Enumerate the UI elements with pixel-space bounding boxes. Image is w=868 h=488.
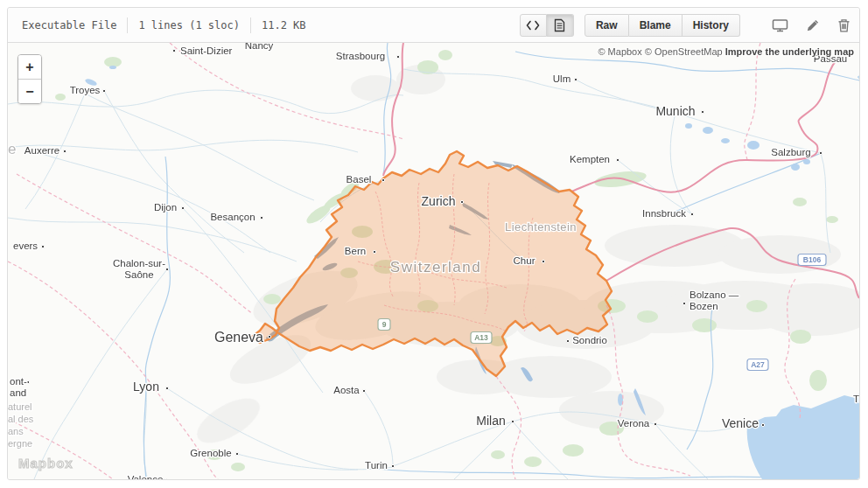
city-label: Milan — [476, 414, 505, 428]
city-label: Innsbruck — [642, 208, 686, 219]
rendered-view-button[interactable] — [547, 14, 574, 37]
file-header: Executable File 1 lines (1 sloc) 11.2 KB — [8, 8, 859, 43]
city-label: Auxerre — [24, 145, 60, 156]
label-fragment: e — [8, 141, 16, 157]
city-dot — [574, 78, 577, 80]
city-dot — [41, 245, 44, 247]
map-canvas[interactable]: Saint-DizierNancyTroyesAuxerreStrasbourg… — [8, 43, 859, 479]
city-label: Verona — [618, 418, 650, 429]
trash-icon — [837, 18, 850, 32]
file-view-frame: Executable File 1 lines (1 sloc) 11.2 KB — [7, 7, 860, 480]
zoom-out-button[interactable]: − — [18, 80, 41, 103]
file-type-label: Executable File — [17, 19, 127, 31]
city-label: Bern — [345, 246, 366, 256]
city-label: Dijon — [154, 202, 177, 213]
display-button[interactable] — [772, 18, 788, 32]
city-label: Troyes — [70, 85, 101, 95]
city-label: Chur — [514, 255, 536, 266]
label-fragment: ans — [8, 426, 24, 436]
city-dot — [102, 89, 105, 92]
city-dot — [616, 158, 619, 161]
display-icon — [772, 18, 788, 32]
city-dot — [391, 464, 394, 467]
city-dot — [165, 387, 168, 389]
city-label: Trie — [853, 394, 859, 404]
city-label: Lyon — [133, 380, 159, 394]
city-dot — [701, 110, 704, 113]
label-fragment: ergne — [8, 438, 32, 449]
city-dot — [235, 452, 238, 455]
code-icon — [526, 20, 540, 31]
header-actions: Raw Blame History — [520, 14, 850, 37]
city-label: ont-and — [10, 376, 27, 398]
mapbox-attribution-link[interactable]: © Mapbox — [598, 46, 641, 57]
delete-button[interactable] — [837, 18, 850, 32]
city-label: Kempten — [570, 154, 610, 164]
city-label: Salzburg — [771, 147, 810, 157]
city-label: Basel — [346, 174, 372, 185]
city-dot — [511, 420, 514, 422]
history-button[interactable]: History — [682, 14, 740, 37]
city-dot — [382, 178, 384, 181]
city-dot — [181, 206, 184, 209]
road-shield-label: 9 — [382, 320, 387, 329]
city-dot — [460, 200, 463, 203]
city-label: Nancy — [245, 43, 274, 51]
improve-map-link[interactable]: Improve the underlying map — [725, 46, 854, 57]
city-label: Strasbourg — [336, 51, 385, 61]
zoom-in-button[interactable]: + — [18, 55, 41, 80]
city-label: Munich — [655, 104, 695, 118]
view-toggle-group — [520, 14, 574, 37]
road-shield-label: B106 — [803, 255, 822, 264]
road-shield-label: A27 — [751, 360, 765, 369]
raw-button[interactable]: Raw — [584, 14, 629, 37]
city-label: Valence — [128, 474, 164, 479]
mapbox-watermark: Mapbox — [18, 456, 74, 471]
city-label: Turin — [365, 460, 388, 471]
city-dot — [566, 339, 569, 342]
file-lines-label: 1 lines (1 sloc) — [128, 19, 250, 31]
city-label: Sondrio — [572, 335, 607, 345]
city-dot — [373, 250, 375, 253]
country-label: Switzerland — [390, 259, 481, 275]
file-action-group: Raw Blame History — [584, 14, 740, 37]
city-dot — [654, 422, 656, 425]
city-dot — [819, 151, 822, 154]
city-label: evers — [13, 241, 38, 251]
road-shield-label: A13 — [474, 333, 488, 342]
map-attribution: © Mapbox © OpenStreetMap Improve the und… — [598, 46, 854, 57]
city-dot — [761, 423, 764, 426]
city-dot — [690, 213, 693, 215]
blame-button[interactable]: Blame — [629, 14, 682, 37]
edit-button[interactable] — [806, 18, 820, 32]
city-dot — [682, 302, 685, 304]
label-fragment: aturel — [8, 401, 32, 412]
city-label: Geneva — [214, 330, 263, 345]
city-dot — [260, 216, 262, 219]
basemap: Saint-DizierNancyTroyesAuxerreStrasbourg… — [8, 43, 859, 479]
file-meta: Executable File 1 lines (1 sloc) 11.2 KB — [17, 17, 317, 33]
osm-attribution-link[interactable]: © OpenStreetMap — [645, 46, 723, 57]
city-dot — [542, 260, 544, 262]
city-dot — [396, 55, 399, 58]
city-label: Ulm — [553, 73, 570, 84]
label-fragment: al des — [8, 414, 34, 424]
country-label: Liechtenstein — [505, 220, 577, 234]
file-size-label: 11.2 KB — [251, 19, 317, 31]
pencil-icon — [806, 18, 820, 32]
city-label: Besançon — [210, 212, 255, 222]
city-dot — [268, 335, 270, 338]
city-dot — [63, 150, 66, 152]
city-label: Grenoble — [190, 448, 231, 458]
city-dot — [172, 49, 175, 52]
city-label: Zurich — [422, 194, 456, 208]
city-dot — [165, 268, 168, 270]
file-text-icon — [554, 18, 565, 32]
page: Executable File 1 lines (1 sloc) 11.2 KB — [0, 0, 868, 488]
city-label: Venice — [722, 416, 759, 430]
city-label: Saint-Dizier — [180, 45, 233, 56]
city-dot — [164, 478, 166, 479]
tool-icons — [754, 18, 850, 32]
city-dot — [362, 389, 365, 392]
source-view-button[interactable] — [520, 14, 547, 37]
